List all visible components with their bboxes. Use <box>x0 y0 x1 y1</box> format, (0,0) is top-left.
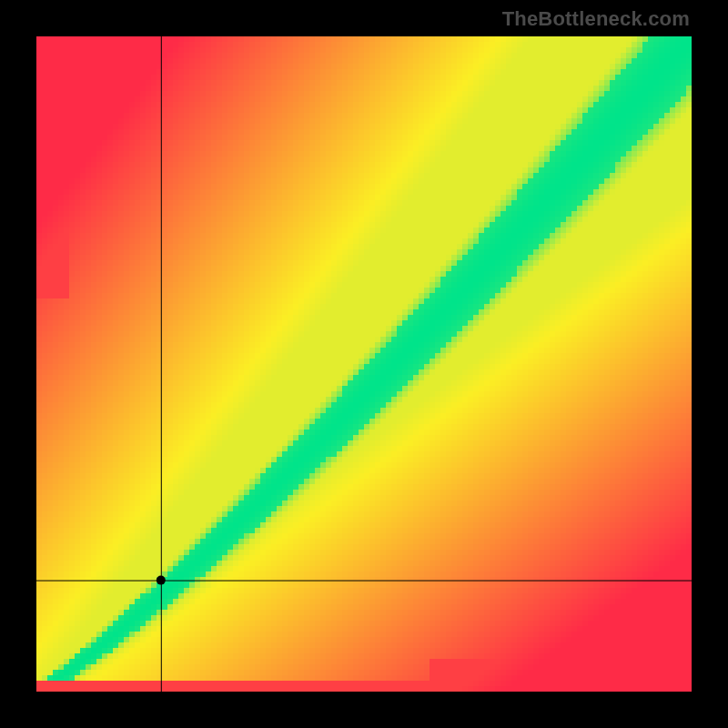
watermark-text: TheBottleneck.com <box>502 7 690 31</box>
bottleneck-heatmap <box>36 36 692 692</box>
chart-frame: TheBottleneck.com <box>0 0 728 728</box>
plot-area <box>36 36 692 692</box>
